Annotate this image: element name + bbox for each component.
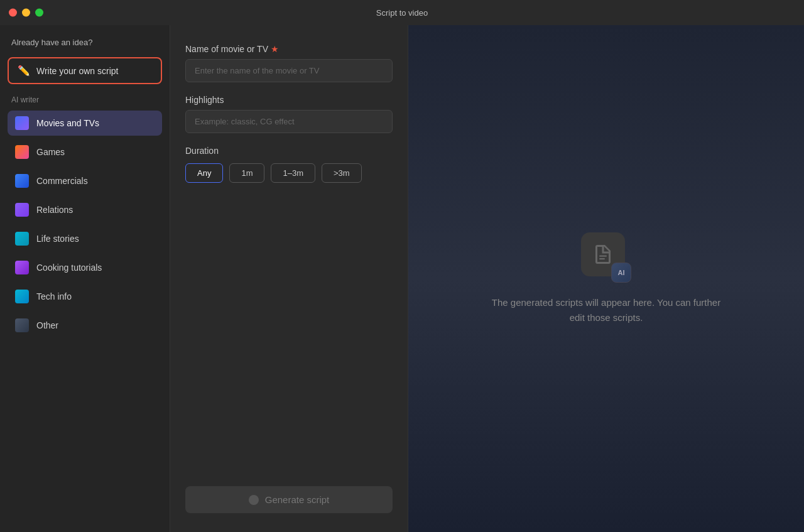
sidebar-item-movies-label: Movies and TVs <box>36 118 99 128</box>
sidebar: Already have an idea? ✏️ Write your own … <box>0 25 170 532</box>
cooking-icon <box>15 261 29 274</box>
sidebar-item-games[interactable]: Games <box>8 139 162 165</box>
write-script-label: Write your own script <box>36 66 118 76</box>
duration-1m-button[interactable]: 1m <box>229 163 264 183</box>
window-title: Script to video <box>376 8 428 18</box>
sidebar-item-commercials[interactable]: Commercials <box>8 168 162 193</box>
relations-icon <box>15 203 29 217</box>
center-panel: Name of movie or TV ★ Highlights Duratio… <box>170 25 408 532</box>
commercials-icon <box>15 174 29 188</box>
title-bar: Script to video <box>0 0 804 25</box>
sidebar-item-relations-label: Relations <box>36 205 73 215</box>
highlights-field-group: Highlights <box>185 95 393 133</box>
ai-badge: AI <box>611 263 631 283</box>
sidebar-item-other-label: Other <box>36 320 58 330</box>
traffic-lights <box>9 9 43 17</box>
duration-field-group: Duration Any 1m 1–3m >3m <box>185 146 393 183</box>
already-have-label: Already have an idea? <box>8 38 162 47</box>
svg-rect-0 <box>599 255 607 256</box>
sidebar-item-life-stories-label: Life stories <box>36 234 79 244</box>
games-icon <box>15 145 29 159</box>
ai-badge-label: AI <box>618 269 625 276</box>
required-indicator: ★ <box>271 44 279 54</box>
duration-buttons: Any 1m 1–3m >3m <box>185 163 393 183</box>
minimize-button[interactable] <box>22 9 30 17</box>
highlights-input[interactable] <box>185 110 393 133</box>
other-icon <box>15 318 29 332</box>
movie-name-input[interactable] <box>185 59 393 82</box>
generate-script-label: Generate script <box>265 494 330 505</box>
svg-rect-1 <box>599 258 605 259</box>
movie-name-field-group: Name of movie or TV ★ <box>185 44 393 82</box>
pencil-icon: ✏️ <box>18 65 30 77</box>
sidebar-item-tech-label: Tech info <box>36 291 72 301</box>
duration-label: Duration <box>185 146 393 156</box>
write-script-button[interactable]: ✏️ Write your own script <box>8 57 162 84</box>
main-content: Already have an idea? ✏️ Write your own … <box>0 25 804 532</box>
sidebar-item-life-stories[interactable]: Life stories <box>8 226 162 251</box>
right-panel: AI The generated scripts will appear her… <box>408 25 804 532</box>
document-icon <box>592 243 614 266</box>
close-button[interactable] <box>9 9 17 17</box>
ai-writer-label: AI writer <box>8 95 162 104</box>
sidebar-item-other[interactable]: Other <box>8 313 162 338</box>
life-stories-icon <box>15 232 29 246</box>
empty-state-text: The generated scripts will appear here. … <box>487 295 725 325</box>
sidebar-item-games-label: Games <box>36 147 65 157</box>
sidebar-item-cooking[interactable]: Cooking tutorials <box>8 255 162 280</box>
maximize-button[interactable] <box>35 9 43 17</box>
movie-name-label: Name of movie or TV ★ <box>185 44 393 54</box>
generate-script-button[interactable]: Generate script <box>185 486 393 513</box>
movies-icon <box>15 116 29 130</box>
tech-icon <box>15 290 29 303</box>
duration-any-button[interactable]: Any <box>185 163 223 183</box>
highlights-label: Highlights <box>185 95 393 105</box>
duration-3m-plus-button[interactable]: >3m <box>322 163 362 183</box>
duration-1-3m-button[interactable]: 1–3m <box>271 163 315 183</box>
sidebar-item-cooking-label: Cooking tutorials <box>36 263 102 273</box>
sidebar-item-relations[interactable]: Relations <box>8 197 162 222</box>
sidebar-item-commercials-label: Commercials <box>36 176 88 186</box>
generate-spinner-icon <box>249 495 259 505</box>
sidebar-item-tech[interactable]: Tech info <box>8 284 162 309</box>
ai-icon-wrapper: AI <box>581 232 631 283</box>
sidebar-item-movies[interactable]: Movies and TVs <box>8 111 162 136</box>
